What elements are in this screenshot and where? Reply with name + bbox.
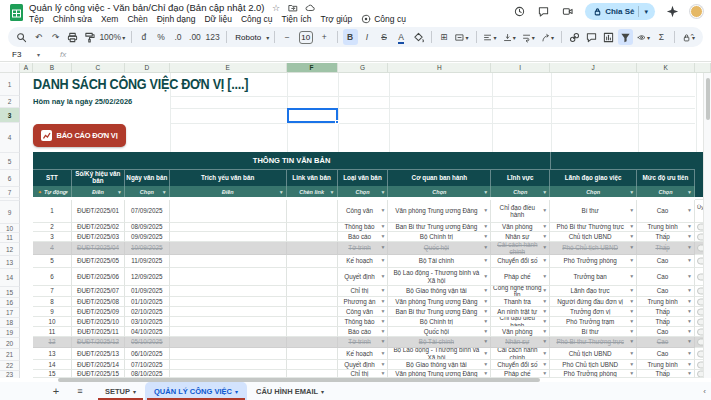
sheet-tab-2[interactable]: QUẢN LÝ CÔNG VIỆC▾ (145, 382, 247, 400)
cell-mucdo-row8[interactable]: Trung bình▼ (637, 297, 695, 307)
row-header-21[interactable]: 21 (0, 349, 20, 361)
column-header-partial[interactable] (695, 63, 711, 73)
filter-stt[interactable]: ✦Tự động▼ (33, 186, 72, 197)
row-header-12[interactable]: 12 (0, 243, 20, 256)
functions-icon[interactable]: Σ (654, 29, 669, 45)
report-button[interactable]: BÁO CÁO ĐƠN VỊ (33, 124, 126, 147)
cell-ngay-row14[interactable]: 07/10/2025 (125, 360, 170, 370)
cell-ngay-row13[interactable]: 06/10/2025 (125, 348, 170, 360)
font-select[interactable]: Roboto▾ (232, 29, 269, 45)
cell-coquan-row2[interactable]: Ban Bí thư Trung ương Đảng▼ (388, 223, 491, 232)
cell-stt-row13[interactable]: 13 (33, 348, 72, 360)
print-icon[interactable] (65, 29, 80, 45)
cell-ngay-row4[interactable]: 10/09/2025 (125, 242, 170, 255)
row-header-18[interactable]: 18 (0, 318, 20, 328)
cell-so-row3[interactable]: ĐUĐT/2025/03 (72, 232, 125, 242)
row-header-11[interactable]: 11 (0, 233, 20, 243)
menu-7[interactable]: Công cụ (241, 14, 273, 24)
cell-so-row13[interactable]: ĐUĐT/2025/13 (72, 348, 125, 360)
cell-stt-row4[interactable]: 4 (33, 242, 72, 255)
cell-trich-row3[interactable] (170, 232, 287, 242)
cell-coquan-row14[interactable]: Bộ Giao thông vận tải▼ (388, 360, 491, 370)
decrease-font-icon[interactable]: − (280, 29, 295, 45)
cell-so-row14[interactable]: ĐUĐT/2025/14 (72, 360, 125, 370)
redo-icon[interactable]: ↷ (48, 29, 63, 45)
cell-mucdo-row1[interactable]: Cao▼ (637, 200, 695, 223)
cell-trich-row10[interactable] (170, 317, 287, 327)
cell-linhvuc-row1[interactable]: Chỉ đạo điều hành▼ (491, 200, 550, 223)
cell-stt-row15[interactable]: 15 (33, 370, 72, 378)
undo-icon[interactable]: ↶ (31, 29, 46, 45)
cell-mucdo-row2[interactable]: Trung bình▼ (637, 223, 695, 232)
cell-link-row3[interactable] (287, 232, 338, 242)
cell-name-box[interactable]: F3 ▾ (0, 50, 46, 59)
cell-link-row8[interactable] (287, 297, 338, 307)
filter-coquan[interactable]: Chọn▼ (388, 186, 491, 197)
cell-ngay-row2[interactable]: 08/09/2025 (125, 223, 170, 232)
cell-mucdo-row14[interactable]: Trung bình▼ (637, 360, 695, 370)
cell-lanhdao-row10[interactable]: Phó Trưởng trạm▼ (550, 317, 637, 327)
cell-stt-row7[interactable]: 7 (33, 286, 72, 297)
cell-loai-row4[interactable]: Tờ trình▼ (338, 242, 389, 255)
cell-ngay-row10[interactable]: 03/10/2025 (125, 317, 170, 327)
cell-linhvuc-row3[interactable]: Nhân sự▼ (491, 232, 550, 242)
row-header-10[interactable]: 10 (0, 224, 20, 233)
sheets-logo-icon[interactable] (10, 4, 23, 21)
cell-ngay-row8[interactable]: 01/10/2025 (125, 297, 170, 307)
cell-loai-row3[interactable]: Báo cáo▼ (338, 232, 389, 242)
menu-3[interactable]: Xem (101, 14, 118, 24)
cell-loai-row1[interactable]: Công văn▼ (338, 200, 389, 223)
cell-trich-row5[interactable] (170, 255, 287, 268)
cell-linhvuc-row13[interactable]: Cải cách hành chính▼ (491, 348, 550, 360)
cell-loai-row10[interactable]: Thông báo▼ (338, 317, 389, 327)
vertical-scrollbar[interactable] (703, 73, 711, 378)
cell-so-row1[interactable]: ĐUĐT/2025/01 (72, 200, 125, 223)
cell-lanhdao-row9[interactable]: Trưởng đơn vị▼ (550, 307, 637, 317)
row-header-14[interactable]: 14 (0, 269, 20, 287)
cell-loai-row9[interactable]: Công văn▼ (338, 307, 389, 317)
insert-link-icon[interactable] (567, 29, 582, 45)
star-icon[interactable]: ☆ (271, 2, 282, 13)
menu-9[interactable]: Trợ giúp (321, 14, 353, 24)
cell-trich-row14[interactable] (170, 360, 287, 370)
column-header-G[interactable]: G (338, 63, 389, 73)
decrease-decimal-icon[interactable]: .0 (170, 29, 185, 45)
cell-stt-row3[interactable]: 3 (33, 232, 72, 242)
row-header-13[interactable]: 13 (0, 256, 20, 269)
cell-coquan-row11[interactable]: Quốc hội▼ (388, 327, 491, 337)
cell-trich-row9[interactable] (170, 307, 287, 317)
row-header-2[interactable]: 2 (0, 96, 20, 108)
text-rotate-icon[interactable]: ▾ (539, 29, 556, 45)
cell-link-row2[interactable] (287, 223, 338, 232)
share-dropdown-caret[interactable]: ▾ (639, 8, 653, 16)
selected-cell-F3[interactable] (287, 108, 338, 123)
cell-link-row12[interactable] (287, 337, 338, 348)
menu-4[interactable]: Chèn (127, 14, 147, 24)
cell-mucdo-row9[interactable]: Thấp▼ (637, 307, 695, 317)
cell-ngay-row9[interactable]: 02/10/2025 (125, 307, 170, 317)
cell-mucdo-row5[interactable]: Cao▼ (637, 255, 695, 268)
filter-trich[interactable]: Điền▼ (170, 186, 287, 197)
cell-stt-row2[interactable]: 2 (33, 223, 72, 232)
cell-ngay-row11[interactable]: 04/10/2025 (125, 327, 170, 337)
row-header-22[interactable]: 22 (0, 361, 20, 371)
cell-lanhdao-row6[interactable]: Trưởng ban▼ (550, 268, 637, 286)
horizontal-align-icon[interactable]: ▾ (481, 29, 498, 45)
currency-icon[interactable]: đ (136, 29, 151, 45)
cell-linhvuc-row8[interactable]: Thanh tra▼ (491, 297, 550, 307)
cell-trich-row15[interactable] (170, 370, 287, 378)
row-header-4[interactable]: 4 (0, 123, 20, 153)
strikethrough-icon[interactable]: S (377, 29, 392, 45)
cell-mucdo-row15[interactable]: Thấp▼ (637, 370, 695, 378)
cell-lanhdao-row4[interactable]: Phó Chủ tịch UBND▼ (550, 242, 637, 255)
cell-mucdo-row4[interactable]: Thấp▼ (637, 242, 695, 255)
cell-so-row11[interactable]: ĐUĐT/2025/11 (72, 327, 125, 337)
cell-trich-row8[interactable] (170, 297, 287, 307)
cell-so-row12[interactable]: ĐUĐT/2025/12 (72, 337, 125, 348)
cell-coquan-row1[interactable]: Văn phòng Trung ương Đảng▼ (388, 200, 491, 223)
cell-lanhdao-row14[interactable]: Phó Chủ tịch UBND▼ (550, 360, 637, 370)
sheet-tab-1[interactable]: SETUP▾ (96, 382, 145, 400)
cell-stt-row1[interactable]: 1 (33, 200, 72, 223)
cell-lanhdao-row12[interactable]: Phó Bí thư Thường trực▼ (550, 337, 637, 348)
cell-ngay-row6[interactable]: 12/09/2025 (125, 268, 170, 286)
